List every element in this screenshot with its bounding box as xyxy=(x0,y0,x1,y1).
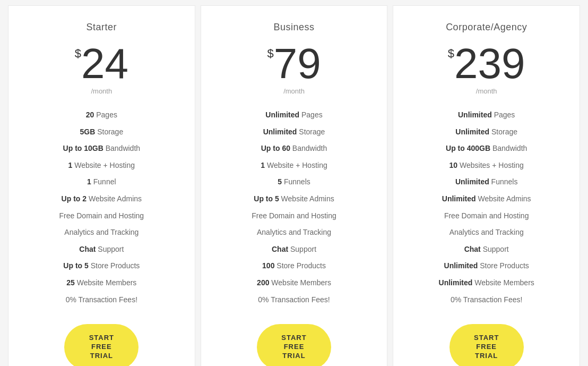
list-item: Chat Support xyxy=(212,241,377,258)
price-amount-business: 79 xyxy=(274,42,321,85)
plan-name-corporate: Corporate/Agency xyxy=(446,22,527,33)
list-item: 1 Funnel xyxy=(19,174,184,191)
list-item: 5 Funnels xyxy=(212,174,377,191)
list-item: 10 Websites + Hosting xyxy=(404,157,569,174)
price-currency-corporate: $ xyxy=(448,47,454,61)
list-item: 5GB Storage xyxy=(19,124,184,141)
list-item: Unlimited Store Products xyxy=(404,258,569,275)
price-currency-business: $ xyxy=(267,47,273,61)
list-item: 20 Pages xyxy=(19,107,184,124)
list-item: Chat Support xyxy=(404,241,569,258)
list-item: Free Domain and Hosting xyxy=(19,208,184,225)
list-item: 0% Transaction Fees! xyxy=(404,292,569,309)
price-block-corporate: $239 xyxy=(448,42,525,85)
plan-card-corporate: Corporate/Agency$239/monthUnlimited Page… xyxy=(393,5,580,366)
cta-button-business[interactable]: START FREE TRIAL xyxy=(257,324,331,366)
list-item: 0% Transaction Fees! xyxy=(212,292,377,309)
features-list-business: Unlimited PagesUnlimited StorageUp to 60… xyxy=(212,107,377,308)
features-list-corporate: Unlimited PagesUnlimited StorageUp to 40… xyxy=(404,107,569,308)
list-item: Unlimited Funnels xyxy=(404,174,569,191)
list-item: Up to 400GB Bandwidth xyxy=(404,140,569,157)
plan-card-business: Business$79/monthUnlimited PagesUnlimite… xyxy=(201,5,388,366)
list-item: Unlimited Website Admins xyxy=(404,191,569,208)
list-item: Unlimited Storage xyxy=(404,124,569,141)
features-list-starter: 20 Pages5GB StorageUp to 10GB Bandwidth1… xyxy=(19,107,184,308)
list-item: Unlimited Pages xyxy=(212,107,377,124)
list-item: Free Domain and Hosting xyxy=(212,208,377,225)
list-item: 1 Website + Hosting xyxy=(19,157,184,174)
price-currency-starter: $ xyxy=(75,47,81,61)
list-item: Unlimited Pages xyxy=(404,107,569,124)
list-item: Analytics and Tracking xyxy=(404,224,569,241)
list-item: Up to 5 Store Products xyxy=(19,258,184,275)
price-block-business: $79 xyxy=(267,42,321,85)
price-period-starter: /month xyxy=(91,87,112,95)
list-item: Analytics and Tracking xyxy=(212,224,377,241)
price-amount-starter: 24 xyxy=(81,42,128,85)
list-item: 25 Website Members xyxy=(19,275,184,292)
price-period-corporate: /month xyxy=(476,87,497,95)
pricing-container: Starter$24/month20 Pages5GB StorageUp to… xyxy=(0,0,588,366)
plan-name-starter: Starter xyxy=(87,22,117,33)
list-item: Up to 5 Website Admins xyxy=(212,191,377,208)
list-item: 100 Store Products xyxy=(212,258,377,275)
list-item: Free Domain and Hosting xyxy=(404,208,569,225)
price-amount-corporate: 239 xyxy=(454,42,525,85)
price-block-starter: $24 xyxy=(75,42,128,85)
list-item: Analytics and Tracking xyxy=(19,224,184,241)
plan-card-starter: Starter$24/month20 Pages5GB StorageUp to… xyxy=(8,5,195,366)
list-item: Up to 10GB Bandwidth xyxy=(19,140,184,157)
plan-name-business: Business xyxy=(273,22,314,33)
list-item: 200 Website Members xyxy=(212,275,377,292)
list-item: Chat Support xyxy=(19,241,184,258)
list-item: 1 Website + Hosting xyxy=(212,157,377,174)
cta-button-starter[interactable]: START FREE TRIAL xyxy=(64,324,139,366)
list-item: Up to 60 Bandwidth xyxy=(212,140,377,157)
cta-button-corporate[interactable]: START FREE TRIAL xyxy=(449,324,524,366)
list-item: Unlimited Website Members xyxy=(404,275,569,292)
list-item: Up to 2 Website Admins xyxy=(19,191,184,208)
list-item: Unlimited Storage xyxy=(212,124,377,141)
price-period-business: /month xyxy=(283,87,305,95)
list-item: 0% Transaction Fees! xyxy=(19,292,184,309)
